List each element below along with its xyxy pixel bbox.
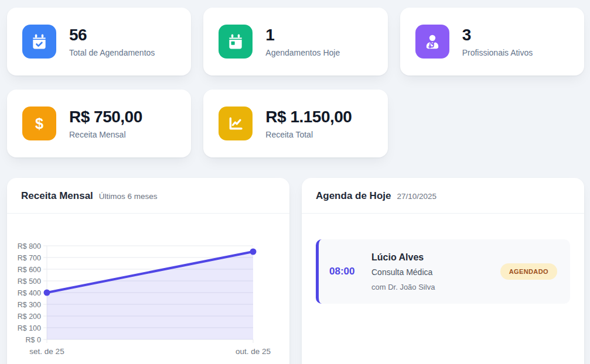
stat-value: 56 xyxy=(69,26,155,44)
calendar-check-icon xyxy=(22,25,56,59)
svg-text:out. de 25: out. de 25 xyxy=(236,347,271,356)
revenue-chart: R$ 0R$ 100R$ 200R$ 300R$ 400R$ 500R$ 600… xyxy=(7,214,289,364)
agenda-panel: Agenda de Hoje 27/10/2025 08:00 Lúcio Al… xyxy=(302,178,584,364)
stat-card-agendamentos-hoje: 1 Agendamentos Hoje xyxy=(203,8,387,75)
status-badge: AGENDADO xyxy=(500,263,557,280)
stat-value: 1 xyxy=(265,26,340,44)
stat-text: R$ 750,00 Receita Mensal xyxy=(69,108,142,139)
stat-label: Total de Agendamentos xyxy=(69,48,155,57)
svg-text:R$ 200: R$ 200 xyxy=(18,313,41,321)
stats-row-1: 56 Total de Agendamentos 1 Agendamentos … xyxy=(7,8,584,75)
stat-card-profissionais-ativos: 3 Profissionais Ativos xyxy=(400,8,584,75)
svg-text:set. de 25: set. de 25 xyxy=(29,347,64,356)
stat-value: 3 xyxy=(462,26,533,44)
svg-text:$: $ xyxy=(35,115,43,132)
agenda-panel-date: 27/10/2025 xyxy=(397,192,436,201)
appointment-service: Consulta Médica xyxy=(371,267,490,277)
user-doctor-icon xyxy=(415,25,449,59)
empty-grid-cell xyxy=(400,90,584,157)
stat-value: R$ 750,00 xyxy=(69,108,142,126)
stats-row-2: $ R$ 750,00 Receita Mensal R$ 1.150,00 R… xyxy=(7,90,584,157)
svg-text:R$ 0: R$ 0 xyxy=(26,336,41,344)
svg-text:R$ 700: R$ 700 xyxy=(18,254,41,262)
svg-text:R$ 300: R$ 300 xyxy=(18,301,41,309)
stat-label: Receita Mensal xyxy=(69,130,142,139)
stat-card-total-agendamentos: 56 Total de Agendamentos xyxy=(7,8,191,75)
revenue-panel: Receita Mensal Últimos 6 meses R$ 0R$ 10… xyxy=(7,178,289,364)
appointment-patient: Lúcio Alves xyxy=(371,252,490,263)
dashboard: 56 Total de Agendamentos 1 Agendamentos … xyxy=(0,0,590,364)
stat-label: Agendamentos Hoje xyxy=(265,48,340,57)
stat-text: 3 Profissionais Ativos xyxy=(462,26,533,57)
appointment-professional: com Dr. João Silva xyxy=(371,283,490,291)
stat-label: Profissionais Ativos xyxy=(462,48,533,57)
appointment-item[interactable]: 08:00 Lúcio Alves Consulta Médica com Dr… xyxy=(316,239,570,304)
calendar-day-icon xyxy=(219,25,253,59)
stat-card-receita-total: R$ 1.150,00 Receita Total xyxy=(203,90,387,157)
stat-text: 56 Total de Agendamentos xyxy=(69,26,155,57)
agenda-panel-title: Agenda de Hoje xyxy=(316,190,391,202)
svg-text:R$ 400: R$ 400 xyxy=(18,289,41,297)
svg-text:R$ 500: R$ 500 xyxy=(18,277,41,286)
stat-card-receita-mensal: $ R$ 750,00 Receita Mensal xyxy=(7,90,191,157)
svg-text:R$ 100: R$ 100 xyxy=(18,324,41,332)
revenue-panel-header: Receita Mensal Últimos 6 meses xyxy=(7,178,289,214)
stat-value: R$ 1.150,00 xyxy=(265,108,352,126)
revenue-panel-title: Receita Mensal xyxy=(21,190,93,202)
svg-text:R$ 800: R$ 800 xyxy=(18,242,41,250)
revenue-panel-subtitle: Últimos 6 meses xyxy=(99,192,158,201)
chart-line-icon xyxy=(219,107,253,140)
stat-text: 1 Agendamentos Hoje xyxy=(265,26,340,57)
agenda-panel-header: Agenda de Hoje 27/10/2025 xyxy=(302,178,584,214)
appointment-details: Lúcio Alves Consulta Médica com Dr. João… xyxy=(371,252,490,291)
dollar-sign-icon: $ xyxy=(22,107,56,140)
bottom-panels: Receita Mensal Últimos 6 meses R$ 0R$ 10… xyxy=(7,178,584,364)
stat-text: R$ 1.150,00 Receita Total xyxy=(265,108,352,139)
appointment-time: 08:00 xyxy=(329,266,361,277)
stat-label: Receita Total xyxy=(265,130,352,139)
svg-text:R$ 600: R$ 600 xyxy=(18,266,41,274)
agenda-list: 08:00 Lúcio Alves Consulta Médica com Dr… xyxy=(302,214,584,318)
